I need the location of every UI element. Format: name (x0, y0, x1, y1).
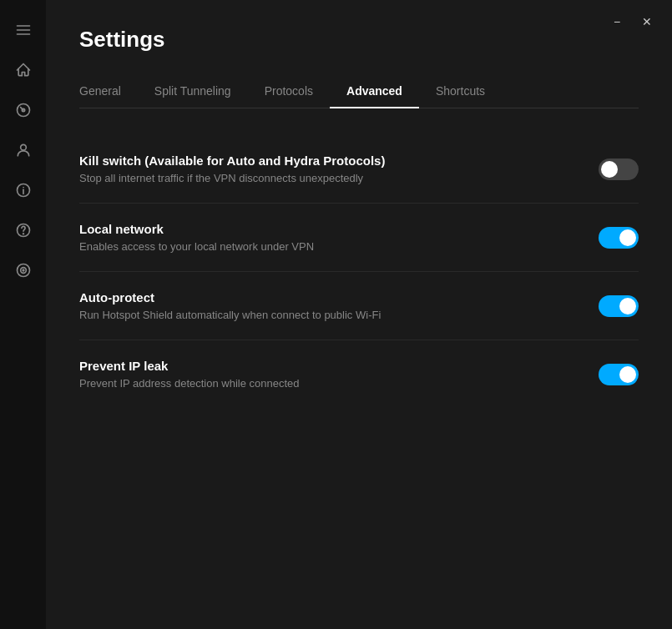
svg-point-8 (23, 187, 23, 188)
local-network-slider (599, 227, 639, 249)
auto-protect-text: Auto-protect Run Hotspot Shield automati… (79, 290, 582, 321)
kill-switch-toggle[interactable] (599, 159, 639, 180)
main-content: − ✕ Settings General Split Tunneling Pro… (46, 0, 672, 629)
tab-general[interactable]: General (79, 76, 138, 108)
menu-icon[interactable] (7, 13, 40, 47)
prevent-ip-leak-text: Prevent IP leak Prevent IP address detec… (79, 359, 582, 390)
prevent-ip-leak-desc: Prevent IP address detection while conne… (79, 377, 582, 390)
tab-shortcuts[interactable]: Shortcuts (419, 76, 502, 108)
settings-list: Kill switch (Available for Auto and Hydr… (79, 135, 639, 408)
auto-protect-slider (599, 295, 639, 317)
local-network-text: Local network Enables access to your loc… (79, 222, 582, 253)
prevent-ip-leak-title: Prevent IP leak (79, 359, 582, 373)
auto-protect-knob (619, 298, 636, 314)
home-icon[interactable] (7, 53, 40, 87)
local-network-setting: Local network Enables access to your loc… (79, 204, 639, 272)
kill-switch-slider (599, 159, 639, 180)
svg-point-5 (20, 144, 26, 150)
auto-protect-title: Auto-protect (79, 290, 582, 304)
local-network-title: Local network (79, 222, 582, 236)
tab-advanced[interactable]: Advanced (330, 76, 419, 108)
window-controls: − ✕ (609, 13, 655, 30)
speed-icon[interactable] (7, 93, 40, 127)
prevent-ip-leak-slider (599, 364, 639, 385)
kill-switch-text: Kill switch (Available for Auto and Hydr… (79, 153, 582, 184)
user-icon[interactable] (7, 133, 40, 167)
auto-protect-toggle[interactable] (599, 295, 639, 317)
sidebar (0, 0, 46, 629)
auto-protect-desc: Run Hotspot Shield automatically when co… (79, 309, 582, 321)
local-network-desc: Enables access to your local network und… (79, 240, 582, 253)
kill-switch-setting: Kill switch (Available for Auto and Hydr… (79, 135, 639, 204)
prevent-ip-leak-knob (619, 366, 636, 383)
prevent-ip-leak-toggle[interactable] (599, 364, 639, 385)
tab-protocols[interactable]: Protocols (248, 76, 330, 108)
svg-point-13 (23, 269, 24, 271)
auto-protect-setting: Auto-protect Run Hotspot Shield automati… (79, 272, 639, 340)
help-icon[interactable] (7, 214, 40, 247)
close-button[interactable]: ✕ (639, 13, 655, 30)
kill-switch-knob (601, 161, 618, 178)
prevent-ip-leak-setting: Prevent IP leak Prevent IP address detec… (79, 340, 639, 408)
kill-switch-title: Kill switch (Available for Auto and Hydr… (79, 153, 582, 168)
minimize-button[interactable]: − (609, 13, 625, 30)
page-title: Settings (79, 27, 639, 53)
target-icon[interactable] (7, 254, 40, 287)
local-network-toggle[interactable] (599, 227, 639, 249)
tab-split-tunneling[interactable]: Split Tunneling (138, 76, 248, 108)
local-network-knob (619, 229, 636, 246)
kill-switch-desc: Stop all internet traffic if the VPN dis… (79, 172, 582, 184)
info-icon[interactable] (7, 174, 40, 207)
tabs-nav: General Split Tunneling Protocols Advanc… (79, 76, 639, 108)
svg-point-10 (23, 234, 23, 234)
